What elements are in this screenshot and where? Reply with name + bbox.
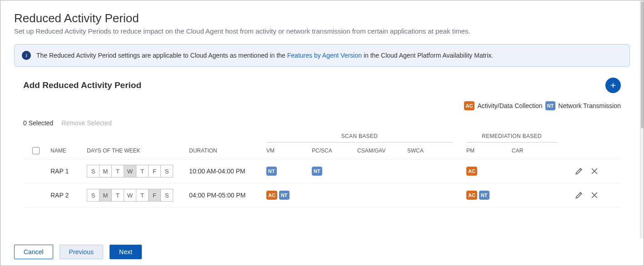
page-title: Reduced Activity Period bbox=[14, 11, 630, 25]
badge-ac: AC bbox=[266, 191, 277, 200]
scrollbar-thumb[interactable] bbox=[641, 1, 644, 128]
col-header-csam: CSAM/GAV bbox=[357, 148, 407, 154]
day-toggle[interactable]: S bbox=[160, 189, 173, 202]
day-toggle[interactable]: M bbox=[99, 165, 112, 177]
days-of-week: SMTWTFS bbox=[87, 165, 189, 177]
features-by-agent-version-link[interactable]: Features by Agent Version bbox=[287, 52, 362, 59]
col-header-pm: PM bbox=[466, 148, 512, 154]
badge-nt: NT bbox=[312, 167, 322, 176]
rap-name: RAP 1 bbox=[50, 167, 87, 175]
day-toggle[interactable]: F bbox=[148, 165, 161, 177]
day-toggle[interactable]: T bbox=[136, 189, 149, 202]
add-rap-button[interactable] bbox=[605, 78, 621, 93]
next-button[interactable]: Next bbox=[110, 245, 142, 259]
info-banner-prefix: The Reduced Activity Period settings are… bbox=[36, 52, 287, 59]
group-header-remediation: REMEDIATION BASED bbox=[466, 133, 557, 143]
edit-icon[interactable] bbox=[574, 167, 584, 176]
rap-table: SCAN BASED REMEDIATION BASED NAME DAYS O… bbox=[23, 133, 621, 207]
footer-bar: Cancel Previous Next bbox=[0, 238, 644, 266]
previous-button[interactable]: Previous bbox=[60, 245, 103, 259]
content-scroll[interactable]: Reduced Activity Period Set up Reduced A… bbox=[0, 0, 644, 266]
legend-nt-badge: NT bbox=[545, 101, 556, 110]
day-toggle[interactable]: F bbox=[148, 189, 161, 202]
table-row: RAP 2SMTWTFS04:00 PM-05:00 PMACNTACNT bbox=[23, 183, 621, 207]
col-header-name: NAME bbox=[50, 148, 87, 154]
day-toggle[interactable]: M bbox=[99, 189, 112, 202]
edit-icon[interactable] bbox=[574, 191, 584, 200]
selection-count: 0 Selected bbox=[23, 119, 53, 127]
rap-duration: 04:00 PM-05:00 PM bbox=[189, 192, 266, 199]
day-toggle[interactable]: W bbox=[124, 165, 136, 177]
group-header-scan: SCAN BASED bbox=[266, 133, 453, 143]
legend-nt-label: Network Transmission bbox=[558, 102, 621, 109]
col-header-swca: SWCA bbox=[407, 148, 453, 154]
rap-name: RAP 2 bbox=[50, 192, 87, 199]
col-header-pcsca: PC/SCA bbox=[312, 148, 357, 154]
page-subtitle: Set up Reduced Activity Periods to reduc… bbox=[14, 27, 630, 35]
section-heading: Add Reduced Activity Period bbox=[23, 80, 141, 90]
delete-icon[interactable] bbox=[590, 167, 599, 176]
cancel-button[interactable]: Cancel bbox=[14, 245, 53, 259]
scrollbar-track[interactable] bbox=[640, 0, 644, 266]
col-header-vm: VM bbox=[266, 148, 312, 154]
badge-ac: AC bbox=[466, 191, 477, 200]
days-of-week: SMTWTFS bbox=[87, 189, 189, 202]
badge-nt: NT bbox=[479, 191, 489, 200]
select-all-checkbox[interactable] bbox=[32, 147, 40, 154]
plus-icon bbox=[609, 81, 617, 89]
delete-icon[interactable] bbox=[590, 191, 599, 200]
col-header-duration: DURATION bbox=[189, 148, 266, 154]
rap-duration: 10:00 AM-04:00 PM bbox=[189, 167, 266, 175]
badge-nt: NT bbox=[266, 167, 277, 176]
day-toggle[interactable]: T bbox=[136, 165, 149, 177]
col-header-days: DAYS OF THE WEEK bbox=[87, 148, 189, 154]
legend-ac-label: Activity/Data Collection bbox=[477, 102, 542, 109]
info-banner: i The Reduced Activity Period settings a… bbox=[14, 44, 630, 67]
day-toggle[interactable]: T bbox=[111, 189, 124, 202]
badge-nt: NT bbox=[279, 191, 290, 200]
info-banner-text: The Reduced Activity Period settings are… bbox=[36, 52, 493, 59]
day-toggle[interactable]: S bbox=[87, 189, 100, 202]
info-icon: i bbox=[22, 51, 31, 60]
badge-ac: AC bbox=[466, 167, 477, 176]
day-toggle[interactable]: S bbox=[87, 165, 100, 177]
table-row: RAP 1SMTWTFS10:00 AM-04:00 PMNTNTAC bbox=[23, 159, 621, 183]
legend-row: AC Activity/Data Collection NT Network T… bbox=[14, 101, 630, 110]
col-header-car: CAR bbox=[512, 148, 557, 154]
legend-ac-badge: AC bbox=[464, 101, 475, 110]
remove-selected-button[interactable]: Remove Selected bbox=[61, 119, 112, 127]
info-banner-suffix: in the Cloud Agent Platform Availability… bbox=[364, 52, 493, 59]
day-toggle[interactable]: S bbox=[160, 165, 173, 177]
day-toggle[interactable]: W bbox=[124, 189, 136, 202]
day-toggle[interactable]: T bbox=[111, 165, 124, 177]
